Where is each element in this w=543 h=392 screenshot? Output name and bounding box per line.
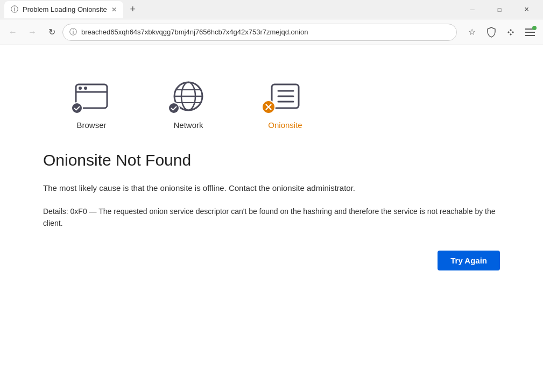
maximize-button[interactable]: □ [487, 0, 512, 19]
extensions-icon [506, 27, 516, 37]
try-again-row: Try Again [43, 251, 500, 270]
onionsite-error-badge [262, 100, 276, 114]
try-again-button[interactable]: Try Again [438, 251, 500, 270]
window-controls: ─ □ ✕ [460, 0, 539, 19]
svg-point-7 [72, 103, 82, 113]
forward-button[interactable]: → [24, 24, 41, 41]
back-button[interactable]: ← [4, 24, 22, 41]
svg-rect-1 [525, 32, 535, 33]
onionsite-icon-wrapper [264, 77, 307, 115]
status-row: Browser Network [43, 77, 500, 130]
address-info-icon: ⓘ [69, 27, 77, 37]
svg-rect-0 [525, 28, 535, 30]
title-bar: ⓘ Problem Loading Onionsite ✕ + ─ □ ✕ [0, 0, 543, 19]
shield-icon [486, 27, 496, 38]
network-check-badge [168, 102, 180, 114]
address-bar[interactable]: ⓘ breached65xqh64s7xbkvqgg7bmj4nj7656hcb… [62, 24, 457, 41]
hamburger-icon [525, 28, 535, 36]
svg-point-13 [169, 103, 179, 113]
menu-button[interactable] [521, 24, 539, 41]
main-content: Browser Network [0, 45, 543, 292]
browser-check-badge [71, 102, 83, 114]
network-icon-wrapper [167, 77, 210, 115]
error-heading: Onionsite Not Found [43, 151, 500, 169]
browser-tab[interactable]: ⓘ Problem Loading Onionsite ✕ [4, 1, 123, 18]
nav-bar: ← → ↻ ⓘ breached65xqh64s7xbkvqgg7bmj4nj7… [0, 19, 543, 45]
url-display: breached65xqh64s7xbkvqgg7bmj4nj7656hcb7x… [81, 28, 450, 36]
reload-button[interactable]: ↻ [43, 24, 60, 41]
error-description: The most likely cause is that the onions… [43, 182, 500, 195]
browser-icon-wrapper [70, 77, 113, 115]
network-label: Network [173, 120, 203, 130]
svg-point-5 [79, 87, 82, 90]
status-item-onionsite: Onionsite [237, 77, 334, 130]
tab-label: Problem Loading Onionsite [23, 5, 107, 13]
minimize-button[interactable]: ─ [460, 0, 485, 19]
onionsite-label: Onionsite [268, 120, 302, 130]
svg-rect-2 [525, 35, 535, 36]
status-item-browser: Browser [43, 77, 140, 130]
extensions-button[interactable] [502, 24, 519, 41]
tab-close-button[interactable]: ✕ [111, 6, 117, 13]
close-button[interactable]: ✕ [514, 0, 539, 19]
error-details: Details: 0xF0 — The requested onion serv… [43, 205, 500, 230]
nav-icons-right: ☆ [463, 24, 539, 41]
new-tab-button[interactable]: + [125, 2, 140, 17]
shield-button[interactable] [483, 24, 500, 41]
svg-point-6 [84, 87, 87, 90]
bookmark-button[interactable]: ☆ [463, 24, 481, 41]
tab-info-icon: ⓘ [11, 5, 18, 15]
status-item-network: Network [140, 77, 237, 130]
browser-label: Browser [76, 120, 106, 130]
